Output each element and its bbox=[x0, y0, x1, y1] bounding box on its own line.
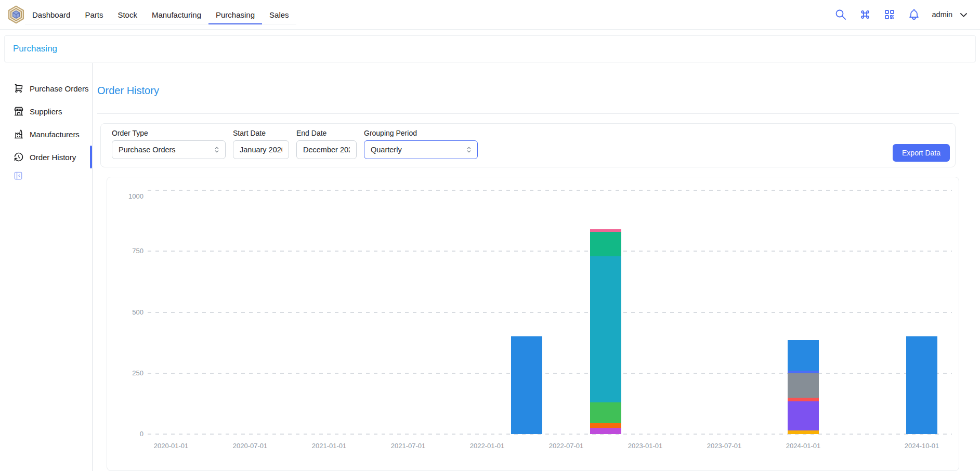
title-divider bbox=[97, 113, 959, 114]
x-axis-tick-label: 2022-07-01 bbox=[540, 442, 592, 450]
field-end-date: End Date bbox=[296, 129, 357, 159]
bar-segment-series-violet bbox=[788, 401, 819, 430]
qr-code-icon[interactable] bbox=[883, 8, 896, 21]
bar-segment-series-blue bbox=[906, 336, 937, 434]
x-axis-tick-label: 2022-01-01 bbox=[461, 442, 513, 450]
factory-icon bbox=[14, 129, 24, 139]
inventree-logo-icon[interactable] bbox=[6, 5, 26, 24]
chevron-down-icon bbox=[959, 10, 969, 20]
sidebar-item-manufacturers[interactable]: Manufacturers bbox=[0, 123, 92, 146]
selector-icon bbox=[465, 146, 473, 154]
field-order-type: Order Type Purchase Orders bbox=[112, 129, 226, 159]
y-axis-tick-label: 1000 bbox=[116, 192, 143, 200]
sidebar-item-label: Manufacturers bbox=[30, 130, 80, 139]
tab-manufacturing[interactable]: Manufacturing bbox=[145, 6, 208, 24]
y-axis-tick-label: 500 bbox=[116, 308, 143, 316]
main-panel: Order History Order Type Purchase Orders… bbox=[93, 63, 980, 471]
order-history-chart: 025050075010002020-01-012020-07-012021-0… bbox=[107, 177, 959, 471]
grouping-period-select[interactable]: Quarterly bbox=[364, 140, 478, 159]
tab-label: Sales bbox=[269, 10, 289, 19]
x-axis-tick-label: 2021-07-01 bbox=[382, 442, 434, 450]
start-date-label: Start Date bbox=[233, 129, 289, 137]
chart-gridline bbox=[148, 434, 952, 435]
grouping-period-value: Quarterly bbox=[371, 146, 465, 154]
x-axis-tick-label: 2023-01-01 bbox=[619, 442, 671, 450]
tab-purchasing[interactable]: Purchasing bbox=[208, 6, 262, 24]
user-menu[interactable]: admin bbox=[932, 10, 969, 20]
page-title: Order History bbox=[97, 85, 159, 97]
bar-segment-series-orange bbox=[590, 423, 621, 428]
chart-gridline bbox=[148, 251, 952, 252]
bar-segment-series-magenta bbox=[590, 428, 621, 434]
tab-label: Manufacturing bbox=[152, 10, 201, 19]
x-axis-tick-label: 2023-07-01 bbox=[698, 442, 750, 450]
start-date-input[interactable] bbox=[233, 140, 289, 159]
username: admin bbox=[932, 10, 953, 19]
filter-fields: Order Type Purchase Orders Start Date En… bbox=[112, 129, 478, 159]
bar-segment-series-amber bbox=[788, 430, 819, 434]
sidebar-item-order-history[interactable]: Order History bbox=[0, 146, 92, 168]
end-date-label: End Date bbox=[296, 129, 357, 137]
y-axis-tick-label: 0 bbox=[116, 430, 143, 438]
bar-segment-series-indigo bbox=[788, 371, 819, 373]
breadcrumb: Purchasing bbox=[4, 35, 976, 62]
sidebar-collapse-icon[interactable] bbox=[13, 171, 23, 181]
export-data-button[interactable]: Export Data bbox=[893, 144, 950, 162]
tab-dashboard[interactable]: Dashboard bbox=[25, 6, 77, 24]
main-nav: Dashboard Parts Stock Manufacturing Purc… bbox=[25, 6, 296, 24]
shopping-cart-icon bbox=[14, 83, 24, 94]
end-date-input[interactable] bbox=[296, 140, 357, 159]
sidebar: Purchase Orders Suppliers Manufacturers … bbox=[0, 63, 92, 471]
x-axis-tick-label: 2024-01-01 bbox=[777, 442, 829, 450]
bar-segment-series-pink bbox=[590, 229, 621, 232]
breadcrumb-purchasing-link[interactable]: Purchasing bbox=[13, 44, 57, 54]
y-axis-tick-label: 250 bbox=[116, 369, 143, 377]
sidebar-item-label: Purchase Orders bbox=[30, 84, 88, 93]
chart-gridline bbox=[148, 373, 952, 374]
order-type-select[interactable]: Purchase Orders bbox=[112, 140, 226, 159]
tab-label: Dashboard bbox=[32, 10, 70, 19]
sidebar-item-suppliers[interactable]: Suppliers bbox=[0, 100, 92, 123]
search-icon[interactable] bbox=[834, 8, 847, 21]
bar-segment-series-blue bbox=[511, 336, 542, 434]
selector-icon bbox=[213, 146, 221, 154]
history-clock-icon bbox=[14, 152, 24, 162]
app-header: Dashboard Parts Stock Manufacturing Purc… bbox=[0, 0, 980, 30]
chart-gridline bbox=[148, 312, 952, 313]
x-axis-tick-label: 2020-07-01 bbox=[224, 442, 276, 450]
header-actions: admin bbox=[834, 0, 969, 29]
bar-segment-series-red bbox=[788, 398, 819, 401]
chart-gridline bbox=[148, 190, 952, 191]
x-axis-tick-label: 2021-01-01 bbox=[303, 442, 355, 450]
tab-label: Parts bbox=[85, 10, 103, 19]
field-grouping-period: Grouping Period Quarterly bbox=[364, 129, 478, 159]
x-axis-tick-label: 2020-01-01 bbox=[145, 442, 197, 450]
bar-segment-series-teal bbox=[590, 256, 621, 402]
bar-segment-series-gray bbox=[788, 373, 819, 398]
tab-label: Purchasing bbox=[216, 10, 255, 19]
command-palette-icon[interactable] bbox=[859, 8, 871, 21]
order-type-value: Purchase Orders bbox=[119, 146, 213, 154]
tab-parts[interactable]: Parts bbox=[77, 6, 110, 24]
sidebar-item-label: Suppliers bbox=[30, 107, 62, 116]
grouping-period-label: Grouping Period bbox=[364, 129, 478, 137]
order-type-label: Order Type bbox=[112, 129, 226, 137]
storefront-icon bbox=[14, 106, 24, 116]
sidebar-item-label: Order History bbox=[30, 153, 76, 162]
tab-stock[interactable]: Stock bbox=[110, 6, 145, 24]
bar-segment-series-seagreen bbox=[590, 232, 621, 256]
sidebar-item-purchase-orders[interactable]: Purchase Orders bbox=[0, 77, 92, 100]
x-axis-tick-label: 2024-10-01 bbox=[896, 442, 948, 450]
bar-segment-series-green bbox=[590, 402, 621, 423]
notification-bell-icon[interactable] bbox=[908, 8, 920, 21]
y-axis-tick-label: 750 bbox=[116, 247, 143, 255]
bar-segment-series-blue bbox=[788, 340, 819, 371]
filter-card: Order Type Purchase Orders Start Date En… bbox=[100, 123, 956, 167]
tab-sales[interactable]: Sales bbox=[262, 6, 296, 24]
field-start-date: Start Date bbox=[233, 129, 289, 159]
tab-label: Stock bbox=[117, 10, 137, 19]
